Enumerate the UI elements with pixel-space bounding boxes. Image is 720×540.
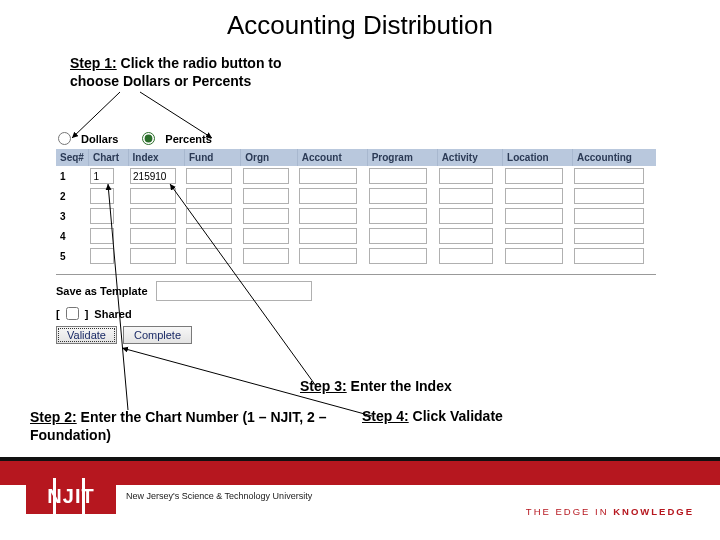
program-input[interactable] (369, 248, 427, 264)
chart-input[interactable] (90, 188, 114, 204)
location-input[interactable] (505, 208, 563, 224)
account-input[interactable] (299, 188, 357, 204)
fund-input[interactable] (186, 228, 232, 244)
orgn-input[interactable] (243, 168, 289, 184)
step-1-caption: Step 1: Click the radio button to choose… (70, 54, 330, 90)
accounting-input[interactable] (574, 168, 644, 184)
dollars-radio[interactable] (58, 132, 71, 145)
orgn-input[interactable] (243, 188, 289, 204)
col-header-orgn: Orgn (241, 149, 297, 166)
page-title: Accounting Distribution (0, 10, 720, 41)
activity-input[interactable] (439, 188, 493, 204)
location-input[interactable] (505, 188, 563, 204)
accounting-input[interactable] (574, 208, 644, 224)
fund-input[interactable] (186, 188, 232, 204)
accounting-input[interactable] (574, 228, 644, 244)
activity-input[interactable] (439, 208, 493, 224)
fund-input[interactable] (186, 248, 232, 264)
program-input[interactable] (369, 168, 427, 184)
col-header-chart: Chart (88, 149, 128, 166)
chart-input[interactable] (90, 208, 114, 224)
step-3-caption: Step 3: Enter the Index (300, 378, 560, 394)
fund-input[interactable] (186, 168, 232, 184)
table-row: 5 (56, 246, 656, 266)
divider (56, 274, 656, 275)
table-row: 1 (56, 166, 656, 186)
njit-logo: NJIT New Jersey's Science & Technology U… (26, 478, 312, 514)
col-header-location: Location (503, 149, 573, 166)
activity-input[interactable] (439, 248, 493, 264)
index-input[interactable] (130, 248, 176, 264)
bracket-close: ] (85, 308, 89, 320)
complete-button[interactable]: Complete (123, 326, 192, 344)
distribution-table: Seq#ChartIndexFundOrgnAccountProgramActi… (56, 149, 656, 266)
location-input[interactable] (505, 168, 563, 184)
step-4-label: Step 4: (362, 408, 409, 424)
location-input[interactable] (505, 228, 563, 244)
unit-radio-group: Dollars Percents (56, 128, 656, 149)
chart-input[interactable] (90, 228, 114, 244)
step-4-text: Click Validate (409, 408, 503, 424)
col-header-index: Index (128, 149, 184, 166)
account-input[interactable] (299, 248, 357, 264)
njit-tagline: New Jersey's Science & Technology Univer… (126, 491, 312, 501)
table-row: 3 (56, 206, 656, 226)
step-2-label: Step 2: (30, 409, 77, 425)
seq-cell: 5 (56, 246, 88, 266)
account-input[interactable] (299, 168, 357, 184)
step-2-caption: Step 2: Enter the Chart Number (1 – NJIT… (30, 408, 330, 444)
edge-slogan: THE EDGE IN KNOWLEDGE (526, 506, 694, 517)
program-input[interactable] (369, 208, 427, 224)
location-input[interactable] (505, 248, 563, 264)
col-header-seq: Seq# (56, 149, 88, 166)
step-3-label: Step 3: (300, 378, 347, 394)
col-header-account: Account (297, 149, 367, 166)
distribution-panel: Dollars Percents Seq#ChartIndexFundOrgnA… (56, 128, 656, 344)
accounting-input[interactable] (574, 188, 644, 204)
orgn-input[interactable] (243, 228, 289, 244)
bracket-open: [ (56, 308, 60, 320)
step-1-label: Step 1: (70, 55, 117, 71)
index-input[interactable] (130, 228, 176, 244)
table-row: 2 (56, 186, 656, 206)
activity-input[interactable] (439, 168, 493, 184)
seq-cell: 3 (56, 206, 88, 226)
orgn-input[interactable] (243, 208, 289, 224)
seq-cell: 2 (56, 186, 88, 206)
account-input[interactable] (299, 228, 357, 244)
dollars-label[interactable]: Dollars (81, 133, 118, 145)
col-header-fund: Fund (184, 149, 240, 166)
seq-cell: 1 (56, 166, 88, 186)
program-input[interactable] (369, 228, 427, 244)
shared-label: Shared (94, 308, 131, 320)
step-3-text: Enter the Index (347, 378, 452, 394)
index-input[interactable] (130, 168, 176, 184)
seq-cell: 4 (56, 226, 88, 246)
col-header-program: Program (367, 149, 437, 166)
step-4-caption: Step 4: Click Validate (362, 408, 622, 424)
chart-input[interactable] (90, 168, 114, 184)
col-header-accounting: Accounting (572, 149, 656, 166)
chart-input[interactable] (90, 248, 114, 264)
col-header-activity: Activity (437, 149, 502, 166)
activity-input[interactable] (439, 228, 493, 244)
percents-label[interactable]: Percents (165, 133, 211, 145)
index-input[interactable] (130, 188, 176, 204)
orgn-input[interactable] (243, 248, 289, 264)
save-template-label: Save as Template (56, 285, 148, 297)
save-template-input[interactable] (156, 281, 312, 301)
njit-mark: NJIT (26, 478, 116, 514)
program-input[interactable] (369, 188, 427, 204)
shared-checkbox[interactable] (66, 307, 79, 320)
accounting-input[interactable] (574, 248, 644, 264)
account-input[interactable] (299, 208, 357, 224)
table-row: 4 (56, 226, 656, 246)
index-input[interactable] (130, 208, 176, 224)
validate-button[interactable]: Validate (56, 326, 117, 344)
fund-input[interactable] (186, 208, 232, 224)
percents-radio[interactable] (142, 132, 155, 145)
